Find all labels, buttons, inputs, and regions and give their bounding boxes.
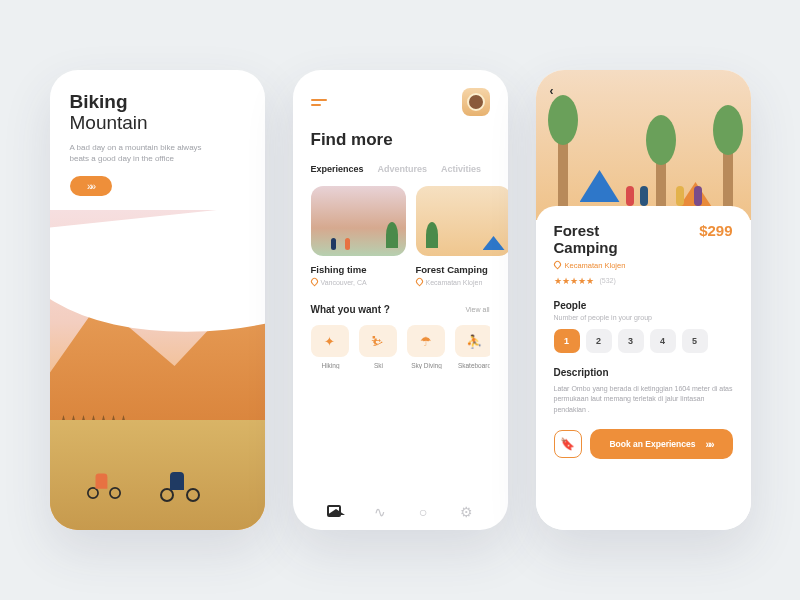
people-option-2[interactable]: 2 [586, 329, 612, 353]
detail-hero-illustration: ‹ [536, 70, 751, 220]
hiking-icon: ✦ [324, 334, 335, 349]
card-title: Forest Camping [416, 264, 508, 275]
card-title: Fishing time [311, 264, 406, 275]
chevrons-right-icon: »» [87, 181, 94, 192]
book-button[interactable]: Book an Experiences »» [590, 429, 733, 459]
tab-activities[interactable]: Activities [441, 164, 481, 174]
pin-icon [311, 278, 318, 286]
biking-illustration [50, 210, 265, 530]
screen-home: Find more Experiences Adventures Activit… [293, 70, 508, 530]
view-all-link[interactable]: View all [466, 306, 490, 313]
nav-settings[interactable]: ⚙ [460, 504, 473, 520]
tab-experiences[interactable]: Experiences [311, 164, 364, 174]
nav-activity[interactable]: ∿ [374, 504, 386, 520]
chevron-left-icon: ‹ [550, 84, 554, 98]
hero-title: Biking Mountain [70, 92, 245, 134]
nav-search[interactable]: ○ [419, 504, 427, 520]
screen-detail: ‹ Forest Camping $299 Kecamatan Klojen ★… [536, 70, 751, 530]
experience-card[interactable]: Fishing time Vancouver, CA [311, 186, 406, 286]
skateboard-icon: ⛹ [466, 334, 482, 349]
hero-subtitle: A bad day on a mountain bike always beat… [70, 142, 210, 164]
price: $299 [699, 222, 732, 239]
pin-icon [416, 278, 423, 286]
people-subheading: Number of people in your group [554, 314, 733, 321]
people-selector: 1 2 3 4 5 [554, 329, 733, 353]
star-icon: ★★★★★ [554, 276, 594, 286]
bookmark-icon: 🔖 [560, 437, 575, 451]
card-location: Vancouver, CA [311, 278, 406, 286]
card-illustration [311, 186, 406, 256]
detail-location: Kecamatan Klojen [554, 261, 733, 270]
people-option-1[interactable]: 1 [554, 329, 580, 353]
category-skateboard[interactable]: ⛹ Skateboard [455, 325, 490, 369]
home-icon [327, 505, 341, 517]
continue-button[interactable]: »» [70, 176, 112, 196]
rating: ★★★★★ (532) [554, 276, 733, 286]
bookmark-button[interactable]: 🔖 [554, 430, 582, 458]
detail-title: Forest Camping [554, 222, 664, 257]
category-sky-diving[interactable]: ☂ Sky Diving [407, 325, 447, 369]
category-tabs: Experiences Adventures Activities [311, 164, 490, 174]
card-location: Kecamatan Klojen [416, 278, 508, 286]
people-option-4[interactable]: 4 [650, 329, 676, 353]
menu-icon[interactable] [311, 99, 327, 106]
description-heading: Description [554, 367, 733, 378]
section-heading: What you want ? [311, 304, 390, 315]
description-text: Latar Ombo yang berada di ketinggian 160… [554, 384, 733, 416]
page-title: Find more [311, 130, 490, 150]
nav-home[interactable] [327, 504, 341, 520]
category-hiking[interactable]: ✦ Hiking [311, 325, 351, 369]
tab-adventures[interactable]: Adventures [378, 164, 428, 174]
people-option-3[interactable]: 3 [618, 329, 644, 353]
parachute-icon: ☂ [420, 334, 432, 349]
back-button[interactable]: ‹ [550, 84, 554, 98]
screen-onboarding: Biking Mountain A bad day on a mountain … [50, 70, 265, 530]
avatar[interactable] [462, 88, 490, 116]
people-heading: People [554, 300, 733, 311]
experience-card[interactable]: Forest Camping Kecamatan Klojen [416, 186, 508, 286]
pin-icon [554, 261, 561, 270]
ski-icon: ⛷ [371, 334, 384, 349]
card-illustration [416, 186, 508, 256]
chevrons-right-icon: »» [705, 439, 712, 450]
people-option-5[interactable]: 5 [682, 329, 708, 353]
bottom-nav: ∿ ○ ⚙ [311, 504, 490, 520]
category-ski[interactable]: ⛷ Ski [359, 325, 399, 369]
